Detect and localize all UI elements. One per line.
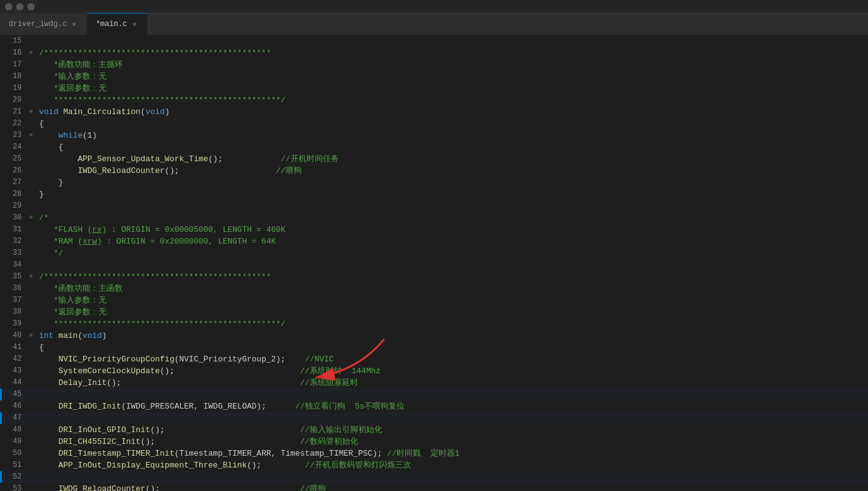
line-number: 35 [2, 271, 27, 283]
line-number: 52 [2, 471, 27, 483]
line-number: 37 [2, 294, 27, 306]
line-number: 24 [2, 141, 27, 153]
code-content [35, 471, 868, 483]
line-number: 47 [2, 412, 27, 424]
code-content: ****************************************… [35, 94, 868, 106]
line-number: 43 [2, 365, 27, 377]
fold-button [27, 188, 35, 200]
line-number: 17 [2, 59, 27, 71]
title-bar [0, 0, 868, 14]
fold-button [27, 306, 35, 318]
line-row: 47 [0, 412, 868, 424]
line-row: 49 DRI_CH455I2C_Init(); //数码管初始化 [0, 436, 868, 448]
fold-button [27, 471, 35, 483]
code-editor[interactable]: 1516⊖/**********************************… [0, 35, 868, 491]
fold-button [27, 365, 35, 377]
window-controls[interactable] [5, 3, 35, 11]
line-row: 40⊖int main(void) [0, 330, 868, 342]
code-content [35, 412, 868, 424]
line-number: 44 [2, 377, 27, 389]
code-content: *返回参数：无 [35, 306, 868, 318]
close-button[interactable] [27, 3, 35, 11]
fold-button[interactable]: ⊖ [27, 130, 35, 141]
line-number: 20 [2, 94, 27, 106]
line-number: 31 [2, 224, 27, 236]
fold-button[interactable]: ⊖ [27, 271, 35, 283]
code-content: *函数功能：主循环 [35, 59, 868, 71]
code-content: { [35, 118, 868, 130]
line-row: 28} [0, 188, 868, 200]
code-content: /* [35, 212, 868, 224]
fold-button [27, 153, 35, 165]
fold-button[interactable]: ⊖ [27, 330, 35, 342]
line-row: 33 */ [0, 247, 868, 259]
line-row: 42 NVIC_PriorityGroupConfig(NVIC_Priorit… [0, 353, 868, 365]
line-row: 38 *返回参数：无 [0, 306, 868, 318]
line-number: 15 [2, 35, 27, 47]
fold-button [27, 448, 35, 459]
line-row: 43 SystemCoreClockUpdate(); //系统时钟 144Mh… [0, 365, 868, 377]
line-number: 29 [2, 200, 27, 212]
code-content: *返回参数：无 [35, 82, 868, 94]
line-number: 36 [2, 283, 27, 294]
line-number: 34 [2, 259, 27, 271]
line-number: 50 [2, 448, 27, 459]
fold-button [27, 236, 35, 247]
line-number: 21 [2, 106, 27, 118]
editor-container: 1516⊖/**********************************… [0, 35, 868, 491]
line-row: 15 [0, 35, 868, 47]
line-row: 17 *函数功能：主循环 [0, 59, 868, 71]
line-row: 18 *输入参数：无 [0, 71, 868, 82]
fold-button [27, 224, 35, 236]
fold-button[interactable]: ⊖ [27, 47, 35, 59]
code-content: DRI_IWDG_Init(IWDG_PRESCALER, IWDG_RELOA… [35, 400, 868, 412]
tab-driver-iwdg[interactable]: driver_iwdg.c ✕ [0, 13, 87, 35]
code-content: void Main_Circulation(void) [35, 106, 868, 118]
code-content: */ [35, 247, 868, 259]
fold-button [27, 165, 35, 177]
code-content: while(1) [35, 130, 868, 141]
code-content: } [35, 177, 868, 188]
fold-button [27, 389, 35, 400]
line-row: 21⊖void Main_Circulation(void) [0, 106, 868, 118]
code-content [35, 35, 868, 47]
fold-button [27, 342, 35, 353]
line-number: 40 [2, 330, 27, 342]
line-row: 35⊖/************************************… [0, 271, 868, 283]
code-content: } [35, 188, 868, 200]
code-content: *输入参数：无 [35, 71, 868, 82]
code-table: 1516⊖/**********************************… [0, 35, 868, 491]
editor-wrapper: 1516⊖/**********************************… [0, 35, 868, 491]
fold-button[interactable]: ⊖ [27, 106, 35, 118]
code-content: *函数功能：主函数 [35, 283, 868, 294]
code-content: DRI_InOut_GPIO_Init(); //输入输出引脚初始化 [35, 424, 868, 436]
line-row: 20 *************************************… [0, 94, 868, 106]
line-row: 52 [0, 471, 868, 483]
line-number: 45 [2, 389, 27, 400]
tab-main-c[interactable]: *main.c ✕ [87, 13, 147, 35]
restore-button[interactable] [16, 3, 24, 11]
line-number: 33 [2, 247, 27, 259]
minimize-button[interactable] [5, 3, 12, 11]
line-number: 16 [2, 47, 27, 59]
code-content: APP_Sensor_Updata_Work_Time(); //开机时间任务 [35, 153, 868, 165]
line-number: 32 [2, 236, 27, 247]
fold-button [27, 283, 35, 294]
code-content: { [35, 141, 868, 153]
code-content: DRI_Timestamp_TIMER_Init(Timestamp_TIMER… [35, 448, 868, 459]
code-content [35, 389, 868, 400]
line-number: 49 [2, 436, 27, 448]
line-row: 24 { [0, 141, 868, 153]
fold-button [27, 377, 35, 389]
tab-bar: driver_iwdg.c ✕ *main.c ✕ [0, 14, 868, 35]
tab-driver-close[interactable]: ✕ [71, 20, 78, 29]
line-number: 48 [2, 424, 27, 436]
line-row: 46 DRI_IWDG_Init(IWDG_PRESCALER, IWDG_RE… [0, 400, 868, 412]
code-content: DRI_CH455I2C_Init(); //数码管初始化 [35, 436, 868, 448]
line-row: 16⊖/************************************… [0, 47, 868, 59]
fold-button[interactable]: ⊖ [27, 212, 35, 224]
line-row: 36 *函数功能：主函数 [0, 283, 868, 294]
code-content: IWDG_ReloadCounter(); //喂狗 [35, 483, 868, 491]
tab-main-close[interactable]: ✕ [131, 20, 138, 29]
line-row: 50 DRI_Timestamp_TIMER_Init(Timestamp_TI… [0, 448, 868, 459]
